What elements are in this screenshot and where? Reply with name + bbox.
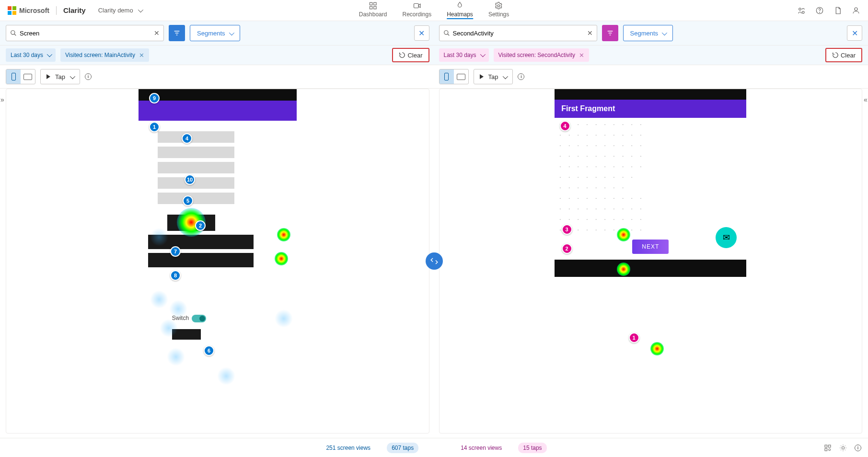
heatmap-pin[interactable]: 3 — [562, 224, 572, 235]
svg-rect-3 — [374, 7, 376, 9]
svg-point-12 — [444, 31, 448, 34]
search-icon — [10, 30, 17, 36]
project-dropdown[interactable]: Clarity demo — [98, 7, 142, 14]
footer-info-icon[interactable]: i — [855, 445, 861, 451]
nav-settings-label: Settings — [488, 11, 509, 18]
close-pane-left[interactable]: ✕ — [414, 25, 429, 41]
phone-icon — [444, 73, 449, 80]
chevron-down-icon — [229, 30, 233, 37]
chevron-down-icon — [503, 73, 507, 80]
svg-point-9 — [820, 12, 820, 12]
heatmap-pin[interactable]: 5 — [183, 195, 193, 206]
chip-screen-left-label: Visited screen: MainActivity — [65, 52, 135, 58]
filter-button-right[interactable] — [602, 25, 618, 41]
play-icon — [480, 74, 484, 79]
portrait-toggle-left[interactable] — [6, 69, 21, 84]
nav-heatmaps[interactable]: Heatmaps — [447, 1, 473, 19]
tap-label-right: Tap — [488, 73, 498, 80]
heatmap-pin[interactable]: 9 — [149, 93, 160, 103]
close-pane-right[interactable]: ✕ — [847, 25, 862, 41]
mail-fab: ✉ — [716, 227, 737, 248]
segments-button-right[interactable]: Segments — [623, 25, 673, 41]
nav-recordings-label: Recordings — [402, 11, 431, 18]
brightness-icon[interactable] — [839, 444, 847, 452]
clear-search-right[interactable]: ✕ — [587, 29, 593, 37]
stat-taps-left: 607 taps — [387, 443, 418, 453]
divider — [56, 6, 57, 15]
chevron-down-icon — [70, 73, 74, 80]
svg-rect-4 — [414, 4, 418, 8]
landscape-toggle-left[interactable] — [21, 69, 35, 84]
heatmap-pin[interactable]: 4 — [182, 133, 192, 144]
search-field-right[interactable] — [453, 30, 584, 37]
expand-left-panel[interactable] — [0, 95, 6, 104]
segments-button-left[interactable]: Segments — [190, 25, 240, 41]
phone-icon — [12, 73, 16, 80]
heatmap-pin[interactable]: 6 — [204, 345, 214, 356]
heatmap-pin[interactable]: 1 — [149, 122, 160, 132]
chip-screen-right-label: Visited screen: SecondActivity — [498, 52, 576, 58]
document-icon[interactable] — [833, 6, 842, 15]
interaction-type-left[interactable]: Tap — [40, 69, 80, 84]
next-button: NEXT — [632, 240, 669, 254]
portrait-toggle-right[interactable] — [440, 69, 454, 84]
chip-date-left-label: Last 30 days — [11, 52, 43, 58]
chip-date-left[interactable]: Last 30 days — [6, 48, 56, 62]
clear-search-left[interactable]: ✕ — [154, 29, 160, 37]
stat-views-left: 251 screen views — [321, 443, 375, 453]
svg-rect-1 — [374, 2, 376, 5]
orientation-toggle-right[interactable] — [439, 69, 469, 84]
clear-filters-left[interactable]: Clear — [392, 48, 429, 62]
switch-label: Switch — [172, 315, 189, 321]
tap-label-left: Tap — [55, 73, 65, 80]
clear-label-right: Clear — [841, 52, 856, 59]
heatmap-pin[interactable]: 7 — [170, 246, 181, 257]
help-icon[interactable] — [815, 6, 824, 15]
nav-dashboard-label: Dashboard — [359, 11, 387, 18]
search-input-left[interactable]: ✕ — [6, 25, 164, 41]
info-icon-left[interactable]: i — [85, 73, 92, 80]
heatmap-pin[interactable]: 1 — [629, 332, 639, 343]
heatmap-pin[interactable]: 10 — [185, 174, 195, 185]
search-field-left[interactable] — [20, 30, 151, 37]
interaction-type-right[interactable]: Tap — [474, 69, 513, 84]
nav-recordings[interactable]: Recordings — [402, 1, 431, 19]
svg-point-5 — [498, 5, 500, 7]
switch-toggle — [192, 315, 206, 322]
heatmap-pin[interactable]: 4 — [560, 121, 570, 131]
chip-screen-left[interactable]: Visited screen: MainActivity✕ — [60, 48, 149, 62]
dashboard-icon — [369, 1, 377, 10]
grid-settings-icon[interactable] — [824, 444, 832, 452]
filter-button-left[interactable] — [169, 25, 185, 41]
chip-remove-icon[interactable]: ✕ — [139, 52, 144, 59]
chevron-down-icon — [47, 52, 51, 58]
chip-date-right[interactable]: Last 30 days — [439, 48, 489, 62]
account-icon[interactable] — [852, 6, 860, 15]
heatmap-pin[interactable]: 2 — [195, 220, 206, 231]
search-input-right[interactable]: ✕ — [439, 25, 597, 41]
svg-rect-14 — [828, 445, 831, 447]
heatmap-pin[interactable]: 8 — [170, 270, 181, 281]
segments-label-right: Segments — [630, 30, 659, 37]
swap-panes-button[interactable] — [426, 252, 443, 270]
orientation-toggle-left[interactable] — [6, 69, 35, 84]
tablet-icon — [457, 74, 465, 80]
info-icon-right[interactable]: i — [518, 73, 524, 80]
share-icon[interactable] — [797, 6, 806, 15]
microsoft-logo-icon — [8, 6, 16, 15]
chip-screen-right[interactable]: Visited screen: SecondActivity✕ — [494, 48, 590, 62]
svg-point-10 — [855, 8, 857, 11]
nav-dashboard[interactable]: Dashboard — [359, 1, 387, 19]
chevron-down-icon — [138, 7, 142, 14]
clear-filters-right[interactable]: Clear — [825, 48, 862, 62]
landscape-toggle-right[interactable] — [454, 69, 468, 84]
heatmap-canvas-right[interactable]: First Fragment . . . . . . . . . . . . .… — [439, 89, 863, 434]
svg-rect-15 — [825, 448, 827, 451]
expand-right-panel[interactable] — [862, 95, 868, 104]
nav-settings[interactable]: Settings — [488, 1, 509, 19]
heatmap-canvas-left[interactable]: Switch 9 1 4 10 5 2 7 8 6 — [6, 89, 429, 434]
svg-point-11 — [11, 31, 15, 34]
heatmap-pin[interactable]: 2 — [562, 243, 572, 254]
chip-remove-icon[interactable]: ✕ — [579, 52, 584, 59]
chevron-down-icon — [662, 30, 666, 37]
